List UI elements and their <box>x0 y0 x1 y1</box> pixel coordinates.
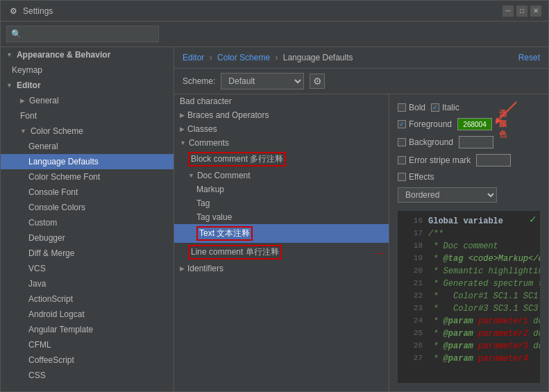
list-item-block-comment[interactable]: Block comment 多行注释 <box>174 150 389 169</box>
color-list: Bad character ▶ Braces and Operators ▶ C… <box>174 94 389 391</box>
sidebar-item-general[interactable]: ▶ General <box>1 93 174 108</box>
list-item-bad-char[interactable]: Bad character <box>174 94 389 108</box>
sidebar-item-console-colors[interactable]: Console Colors <box>1 200 174 215</box>
sidebar-item-label: Font <box>20 111 37 121</box>
sidebar-item-label: CSS <box>28 370 46 380</box>
sidebar-item-label: Angular Template <box>28 325 93 334</box>
background-text: Background <box>409 137 453 147</box>
sidebar-item-label: Console Font <box>28 187 78 197</box>
effects-label[interactable]: Effects <box>398 172 434 182</box>
scheme-gear-button[interactable]: ⚙ <box>310 74 325 89</box>
preview-line: 27 * @param parameter4 <box>406 352 532 365</box>
italic-label[interactable]: ✓ Italic <box>431 103 459 112</box>
sidebar-item-label: VCS <box>28 264 46 273</box>
sidebar-item-font[interactable]: Font <box>1 108 174 123</box>
sidebar-item-color-scheme-font[interactable]: Color Scheme Font <box>1 169 174 185</box>
background-label[interactable]: Background <box>398 137 453 147</box>
sidebar-item-appearance[interactable]: ▼ Appearance & Behavior <box>1 47 174 62</box>
foreground-label[interactable]: ✓ Foreground <box>398 119 452 129</box>
foreground-checkbox[interactable]: ✓ <box>398 120 406 128</box>
bold-label[interactable]: Bold <box>398 103 425 112</box>
list-item-text[interactable]: Text 文本注释 <box>174 224 389 243</box>
chevron-icon: ▼ <box>180 139 186 146</box>
preview-line: 22 * Color#1 SC1.1 SC1.2 SC1.3 SC1.4 Col… <box>406 290 532 302</box>
list-item-classes[interactable]: ▶ Classes <box>174 122 389 136</box>
sidebar-item-css[interactable]: CSS <box>1 368 174 383</box>
foreground-row: ✓ Foreground 268004 <box>398 118 540 130</box>
breadcrumb-sep1: › <box>210 53 214 62</box>
background-row: Background <box>398 136 540 148</box>
bold-text: Bold <box>409 103 425 112</box>
italic-checkbox[interactable]: ✓ <box>431 103 439 112</box>
list-item-comments[interactable]: ▼ Comments <box>174 136 389 150</box>
maximize-button[interactable]: □ <box>516 6 527 17</box>
error-stripe-text: Error stripe mark <box>409 155 471 165</box>
preview-line: 17 /** <box>406 228 532 240</box>
sidebar-item-diff-merge[interactable]: Diff & Merge <box>1 246 174 261</box>
sidebar-item-actionscript[interactable]: ActionScript <box>1 291 174 307</box>
chevron-icon: ▼ <box>6 51 12 58</box>
italic-text: Italic <box>442 103 459 112</box>
sidebar-item-java[interactable]: Java <box>1 276 174 291</box>
list-item-line-comment[interactable]: Line comment 单行注释 — <box>174 243 389 262</box>
list-item-tag-value[interactable]: Tag value <box>174 210 389 224</box>
sidebar-item-keymap[interactable]: Keymap <box>1 62 174 78</box>
sidebar-item-cfml[interactable]: CFML <box>1 337 174 352</box>
sidebar-item-label: Java <box>28 279 46 289</box>
sidebar-item-language-defaults[interactable]: Language Defaults <box>1 154 174 169</box>
error-stripe-label[interactable]: Error stripe mark <box>398 155 471 165</box>
breadcrumb-editor[interactable]: Editor <box>183 53 204 62</box>
settings-window: ⚙ Settings ─ □ ✕ ▼ Appearance & Behavior… <box>0 0 549 392</box>
background-color-swatch[interactable] <box>459 136 493 148</box>
sidebar-item-label: General <box>29 96 59 105</box>
sidebar-item-editor[interactable]: ▼ Editor <box>1 78 174 93</box>
foreground-text: Foreground <box>409 119 452 129</box>
error-stripe-checkbox[interactable] <box>398 156 406 164</box>
effects-text: Effects <box>409 172 434 182</box>
close-button[interactable]: ✕ <box>530 6 541 17</box>
effects-row: Effects <box>398 172 540 182</box>
sidebar-item-console-font[interactable]: Console Font <box>1 185 174 200</box>
sidebar-item-custom[interactable]: Custom <box>1 215 174 230</box>
effects-type-row: Bordered Underscored Bold underscored St… <box>398 187 540 203</box>
list-item-braces[interactable]: ▶ Braces and Operators <box>174 108 389 122</box>
search-input[interactable] <box>6 26 159 42</box>
sidebar-item-vcs[interactable]: VCS <box>1 261 174 276</box>
list-item-doc-comment[interactable]: ▼ Doc Comment <box>174 169 389 182</box>
sidebar-item-color-scheme[interactable]: ▼ Color Scheme <box>1 123 174 139</box>
effects-type-select[interactable]: Bordered Underscored Bold underscored St… <box>398 187 497 203</box>
app-icon: ⚙ <box>8 6 19 17</box>
bold-checkbox[interactable] <box>398 103 406 112</box>
sidebar-item-label: Android Logcat <box>28 309 85 319</box>
chevron-icon: ▼ <box>6 82 12 89</box>
background-checkbox[interactable] <box>398 138 406 146</box>
sidebar-item-label: Diff & Merge <box>28 248 74 258</box>
main-content: ▼ Appearance & Behavior Keymap ▼ Editor … <box>1 47 548 391</box>
effects-checkbox[interactable] <box>398 173 406 181</box>
window-title: Settings <box>23 6 502 16</box>
breadcrumb-sep2: › <box>275 53 280 62</box>
error-stripe-color-swatch[interactable] <box>476 154 511 167</box>
list-item-identifiers[interactable]: ▶ Identifiers <box>174 262 389 275</box>
sidebar-item-android-logcat[interactable]: Android Logcat <box>1 307 174 322</box>
sidebar-item-label: Appearance & Behavior <box>17 50 110 60</box>
sidebar-item-angular-template[interactable]: Angular Template <box>1 322 174 337</box>
scheme-select[interactable]: Default Darcula High contrast Monokai <box>221 73 304 90</box>
list-item-tag[interactable]: Tag <box>174 196 389 210</box>
list-item-markup[interactable]: Markup <box>174 182 389 196</box>
chevron-icon: ▶ <box>180 112 185 119</box>
reset-button[interactable]: Reset <box>518 53 540 62</box>
sidebar-item-cs-general[interactable]: General <box>1 139 174 154</box>
sidebar-item-debugger[interactable]: Debugger <box>1 230 174 246</box>
sidebar-item-label: Keymap <box>12 65 42 75</box>
sidebar-item-coffeescript[interactable]: CoffeeScript <box>1 352 174 368</box>
foreground-color-swatch[interactable]: 268004 <box>457 118 492 130</box>
breadcrumb-color-scheme[interactable]: Color Scheme <box>217 53 270 62</box>
preview-area: 16 Global variable 17 /** 18 * Doc comme… <box>398 211 540 383</box>
item-label: Classes <box>187 124 217 134</box>
minimize-button[interactable]: ─ <box>502 6 514 17</box>
chevron-icon: ▶ <box>180 126 185 133</box>
split-panel: Bad character ▶ Braces and Operators ▶ C… <box>174 94 548 391</box>
search-bar <box>1 22 548 47</box>
sidebar-item-label: Editor <box>17 80 41 90</box>
